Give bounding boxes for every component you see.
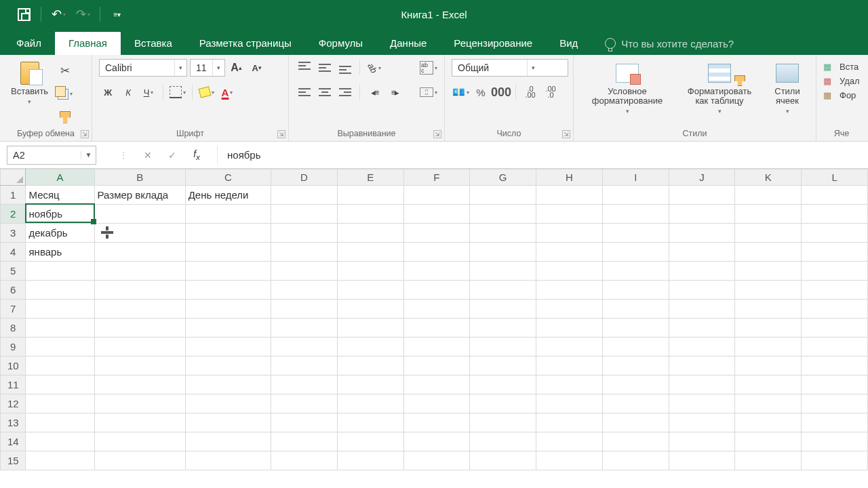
- column-header-F[interactable]: F: [403, 169, 470, 186]
- bold-button[interactable]: Ж: [99, 83, 117, 101]
- cell-B13[interactable]: [94, 413, 185, 432]
- cell-B2[interactable]: [94, 205, 185, 224]
- cell-I6[interactable]: [602, 281, 669, 300]
- cell-E6[interactable]: [337, 281, 403, 300]
- row-header-11[interactable]: 11: [1, 375, 26, 394]
- cell-B11[interactable]: [94, 375, 185, 394]
- cell-H10[interactable]: [536, 357, 603, 375]
- cell-H9[interactable]: [536, 338, 603, 357]
- cell-E11[interactable]: [337, 375, 403, 394]
- row-header-8[interactable]: 8: [1, 319, 26, 338]
- cell-F1[interactable]: [403, 186, 470, 205]
- align-right-button[interactable]: [336, 83, 354, 101]
- underline-button[interactable]: Ч: [140, 83, 157, 101]
- redo-button[interactable]: ↷: [71, 4, 94, 24]
- cell-L4[interactable]: [802, 243, 868, 262]
- row-header-5[interactable]: 5: [1, 262, 26, 281]
- cell-D3[interactable]: [271, 224, 337, 243]
- cell-G2[interactable]: [470, 205, 536, 224]
- cell-I3[interactable]: [602, 224, 669, 243]
- cell-L2[interactable]: [802, 205, 868, 224]
- cell-J14[interactable]: [669, 432, 735, 451]
- cell-D13[interactable]: [271, 413, 337, 432]
- align-center-button[interactable]: [316, 83, 334, 101]
- cell-D1[interactable]: [271, 186, 337, 205]
- cell-H11[interactable]: [536, 375, 603, 394]
- row-header-2[interactable]: 2: [1, 205, 26, 224]
- cell-A4[interactable]: январь: [26, 243, 94, 262]
- cell-D8[interactable]: [271, 319, 337, 338]
- row-header-10[interactable]: 10: [1, 357, 26, 375]
- cell-J4[interactable]: [669, 243, 735, 262]
- cell-G7[interactable]: [470, 300, 536, 319]
- cell-A2[interactable]: ноябрь: [26, 205, 94, 224]
- cell-I15[interactable]: [602, 451, 669, 470]
- increase-decimal-button[interactable]: .0 .00: [521, 83, 539, 101]
- cell-K13[interactable]: [735, 413, 802, 432]
- cell-B15[interactable]: [94, 451, 185, 470]
- cell-G8[interactable]: [470, 319, 536, 338]
- cell-I7[interactable]: [602, 300, 669, 319]
- increase-indent-button[interactable]: ≡▸: [386, 83, 403, 101]
- cell-J3[interactable]: [669, 224, 735, 243]
- insert-cells-button[interactable]: ▦Вста: [823, 62, 860, 72]
- cell-C5[interactable]: [185, 262, 271, 281]
- cell-L14[interactable]: [802, 432, 868, 451]
- cell-A13[interactable]: [26, 413, 94, 432]
- cell-C1[interactable]: День недели: [185, 186, 271, 205]
- column-header-C[interactable]: C: [185, 169, 271, 186]
- cell-I8[interactable]: [602, 319, 669, 338]
- cell-F6[interactable]: [403, 281, 470, 300]
- tab-data[interactable]: Данные: [376, 32, 440, 55]
- cell-D12[interactable]: [271, 394, 337, 413]
- cell-C7[interactable]: [185, 300, 271, 319]
- cell-B6[interactable]: [94, 281, 185, 300]
- cell-C14[interactable]: [185, 432, 271, 451]
- cell-K8[interactable]: [735, 319, 802, 338]
- cell-H2[interactable]: [536, 205, 603, 224]
- cell-E1[interactable]: [337, 186, 403, 205]
- cell-L7[interactable]: [802, 300, 868, 319]
- insert-function-button[interactable]: fx: [184, 146, 209, 165]
- launcher-icon[interactable]: ⇲: [433, 130, 441, 138]
- cell-B4[interactable]: [94, 243, 185, 262]
- format-cells-button[interactable]: ▦Фор: [823, 90, 860, 100]
- cell-F7[interactable]: [403, 300, 470, 319]
- cell-B12[interactable]: [94, 394, 185, 413]
- copy-button[interactable]: [56, 85, 74, 103]
- cell-A15[interactable]: [26, 451, 94, 470]
- column-header-J[interactable]: J: [669, 169, 735, 186]
- cell-E4[interactable]: [337, 243, 403, 262]
- cell-C11[interactable]: [185, 375, 271, 394]
- align-bottom-button[interactable]: [336, 59, 354, 77]
- cell-F9[interactable]: [403, 338, 470, 357]
- cell-A7[interactable]: [26, 300, 94, 319]
- cell-E5[interactable]: [337, 262, 403, 281]
- name-box[interactable]: A2 ▼: [7, 146, 96, 165]
- cell-J12[interactable]: [669, 394, 735, 413]
- column-header-D[interactable]: D: [271, 169, 337, 186]
- delete-cells-button[interactable]: ▦Удал: [823, 76, 860, 86]
- increase-font-button[interactable]: A▴: [228, 59, 245, 77]
- cell-D14[interactable]: [271, 432, 337, 451]
- cell-H15[interactable]: [536, 451, 603, 470]
- cell-D7[interactable]: [271, 300, 337, 319]
- cell-A12[interactable]: [26, 394, 94, 413]
- cell-B8[interactable]: [94, 319, 185, 338]
- cell-K1[interactable]: [735, 186, 802, 205]
- cell-A5[interactable]: [26, 262, 94, 281]
- cell-A8[interactable]: [26, 319, 94, 338]
- orientation-button[interactable]: ab: [366, 59, 383, 77]
- fill-color-button[interactable]: [198, 83, 216, 101]
- cell-D2[interactable]: [271, 205, 337, 224]
- cell-L9[interactable]: [802, 338, 868, 357]
- cell-D4[interactable]: [271, 243, 337, 262]
- cell-G15[interactable]: [470, 451, 536, 470]
- row-header-12[interactable]: 12: [1, 394, 26, 413]
- cell-B9[interactable]: [94, 338, 185, 357]
- cell-J13[interactable]: [669, 413, 735, 432]
- undo-button[interactable]: ↶: [47, 4, 70, 24]
- font-size-combo[interactable]: 11▾: [190, 59, 225, 77]
- cell-L8[interactable]: [802, 319, 868, 338]
- merge-button[interactable]: [420, 83, 437, 101]
